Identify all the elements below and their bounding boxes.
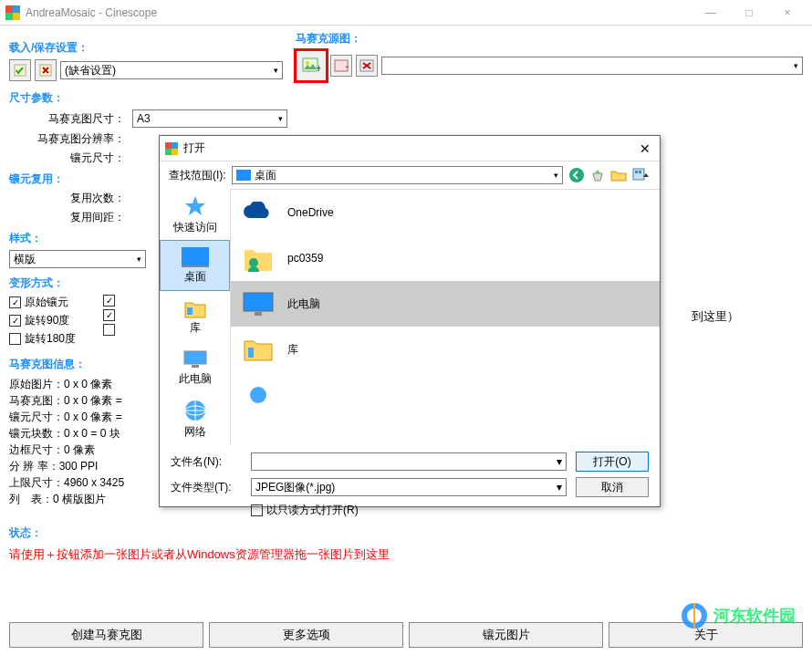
svg-rect-16 <box>172 142 178 149</box>
chevron-down-icon: ▾ <box>554 171 558 180</box>
chevron-down-icon: ▾ <box>274 66 278 75</box>
more-options-button[interactable]: 更多选项 <box>209 622 403 648</box>
reuse-gap-label: 复用间距： <box>9 210 132 225</box>
tile-images-button[interactable]: 镶元图片 <box>409 622 603 648</box>
list-item[interactable]: 此电脑 <box>231 281 660 327</box>
svg-rect-19 <box>236 170 251 181</box>
svg-text:+: + <box>316 62 320 74</box>
preset-value: (缺省设置) <box>65 63 116 78</box>
look-in-select[interactable]: 桌面 ▾ <box>232 166 563 184</box>
svg-rect-24 <box>182 247 209 265</box>
preset-select[interactable]: (缺省设置) ▾ <box>60 61 283 79</box>
svg-rect-2 <box>5 13 13 20</box>
cloud-icon <box>242 196 275 229</box>
look-in-label: 查找范围(I): <box>169 168 226 183</box>
sidebar-item-library[interactable]: 库 <box>160 291 230 342</box>
svg-rect-23 <box>639 171 641 173</box>
chevron-down-icon: ▾ <box>557 481 562 494</box>
view-menu-icon[interactable] <box>632 168 651 182</box>
sidebar-item-quick[interactable]: 快速访问 <box>160 189 230 240</box>
svg-rect-32 <box>244 293 273 311</box>
list-item[interactable] <box>231 372 660 418</box>
new-folder-icon[interactable] <box>610 169 627 182</box>
filetype-label: 文件类型(T): <box>171 480 242 495</box>
network-icon <box>242 379 275 411</box>
cb-rotate180[interactable] <box>9 333 21 345</box>
svg-rect-28 <box>192 365 199 368</box>
dialog-close-button[interactable]: ✕ <box>636 141 654 156</box>
create-mosaic-button[interactable]: 创建马赛克图 <box>9 622 203 648</box>
list-item[interactable]: OneDrive <box>231 190 660 235</box>
titlebar: AndreaMosaic - Cinescope — □ × <box>0 0 812 26</box>
dialog-sidebar: 快速访问 桌面 库 此电脑 网络 <box>160 189 231 444</box>
watermark: 河东软件园 <box>681 602 796 629</box>
tile-size-label: 镶元尺寸： <box>9 151 132 166</box>
open-button[interactable]: 打开(O) <box>576 452 649 472</box>
svg-point-7 <box>306 61 309 65</box>
cancel-button[interactable]: 取消 <box>576 477 649 497</box>
chevron-down-icon: ▾ <box>794 61 798 70</box>
user-folder-icon <box>242 242 275 275</box>
svg-rect-25 <box>182 265 209 267</box>
svg-rect-1 <box>13 5 20 13</box>
list-item[interactable]: 库 <box>231 327 660 372</box>
svg-rect-34 <box>248 348 254 358</box>
back-icon[interactable] <box>568 167 585 183</box>
svg-rect-17 <box>165 149 172 155</box>
sidebar-item-desktop[interactable]: 桌面 <box>160 240 230 291</box>
svg-rect-27 <box>184 351 206 364</box>
add-source-button[interactable]: + <box>296 50 327 81</box>
chevron-down-icon: ▾ <box>557 455 562 468</box>
drag-hint: 到这里） <box>692 308 739 325</box>
close-button[interactable]: × <box>768 0 807 26</box>
pc-icon <box>242 287 275 320</box>
up-icon[interactable] <box>590 168 605 182</box>
filetype-select[interactable]: JPEG图像(*.jpg)▾ <box>251 478 567 496</box>
cb-original[interactable]: ✓ <box>9 296 21 308</box>
svg-rect-0 <box>5 5 13 13</box>
cb-rotate90[interactable]: ✓ <box>9 315 21 327</box>
sidebar-item-network[interactable]: 网络 <box>160 393 230 444</box>
source-label: 马赛克源图： <box>296 31 803 47</box>
open-dialog: 打开 ✕ 查找范围(I): 桌面 ▾ 快速访问 桌面 库 此电脑 网络 OneD… <box>159 135 661 507</box>
list-item[interactable]: pc0359 <box>231 235 660 281</box>
delete-preset-button[interactable] <box>35 59 57 81</box>
svg-text:−: − <box>345 60 349 72</box>
minimize-button[interactable]: — <box>692 0 730 26</box>
app-icon <box>5 5 20 20</box>
svg-rect-21 <box>633 169 644 180</box>
chevron-down-icon: ▾ <box>278 114 283 123</box>
filename-label: 文件名(N): <box>171 454 242 470</box>
filename-input[interactable]: ▾ <box>251 452 567 471</box>
sidebar-item-pc[interactable]: 此电脑 <box>160 342 230 393</box>
cb-extra2[interactable]: ✓ <box>103 309 115 321</box>
svg-rect-14 <box>693 603 695 629</box>
svg-rect-26 <box>187 307 193 315</box>
chevron-down-icon: ▾ <box>137 255 141 264</box>
library-icon <box>242 333 275 366</box>
svg-rect-22 <box>635 171 638 173</box>
load-button[interactable] <box>9 59 31 81</box>
source-select[interactable]: ▾ <box>381 57 803 75</box>
dialog-title: 打开 <box>183 140 205 156</box>
mosaic-size-label: 马赛克图尺寸： <box>9 111 132 127</box>
remove-source-button[interactable]: − <box>330 55 352 77</box>
svg-point-20 <box>569 168 584 182</box>
app-icon <box>165 142 178 155</box>
maximize-button[interactable]: □ <box>730 0 768 26</box>
file-list[interactable]: OneDrive pc0359 此电脑 库 <box>231 189 660 444</box>
svg-rect-15 <box>165 142 172 149</box>
clear-source-button[interactable] <box>356 55 378 77</box>
resolution-label: 马赛克图分辨率： <box>9 131 132 147</box>
svg-rect-33 <box>255 312 262 316</box>
svg-point-31 <box>249 258 258 267</box>
svg-rect-3 <box>13 13 20 20</box>
load-save-label: 载入/保存设置： <box>9 40 283 56</box>
style-select[interactable]: 横版 ▾ <box>9 250 146 268</box>
cb-extra3[interactable] <box>103 324 115 336</box>
readonly-checkbox[interactable] <box>251 504 263 516</box>
cb-extra1[interactable]: ✓ <box>103 295 115 307</box>
size-section-label: 尺寸参数： <box>9 90 803 106</box>
mosaic-size-select[interactable]: A3 ▾ <box>132 109 287 128</box>
svg-rect-18 <box>172 149 178 155</box>
